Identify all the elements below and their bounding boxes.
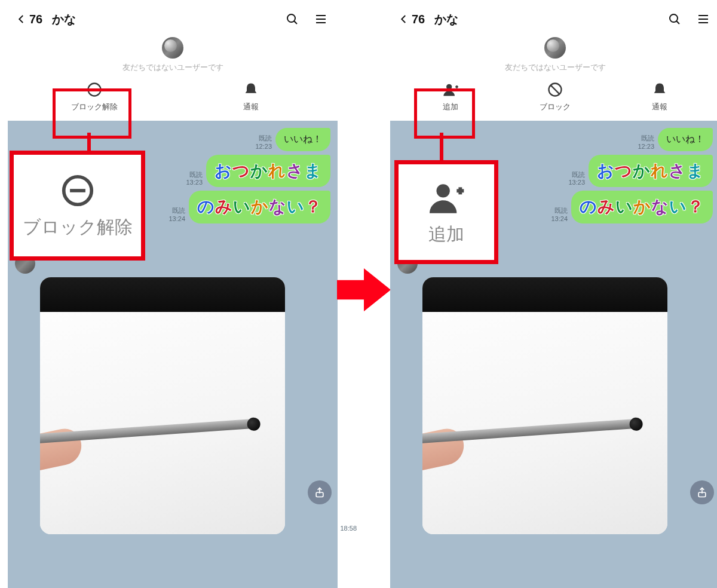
bubble-sticker: のみいかない？ bbox=[189, 191, 330, 223]
msg-out-1[interactable]: 既読12:23 いいね！ bbox=[397, 128, 713, 151]
chat-photo[interactable] bbox=[422, 277, 667, 534]
search-icon bbox=[667, 12, 682, 26]
svg-line-20 bbox=[550, 85, 559, 94]
block-label: ブロック bbox=[540, 102, 571, 112]
image-message[interactable]: 18:58 bbox=[40, 277, 330, 534]
search-button[interactable] bbox=[284, 11, 301, 27]
chevron-left-icon bbox=[399, 14, 409, 24]
action-row: 追加 ブロック 通報 bbox=[399, 79, 712, 121]
screenshot-before: 76 かな 友だちではないユーザーです ブロック解除 bbox=[8, 0, 338, 588]
add-friend-button[interactable]: 追加 bbox=[399, 81, 503, 112]
not-friend-notice: 友だちではないユーザーです bbox=[122, 62, 223, 73]
svg-marker-10 bbox=[337, 268, 391, 311]
bubble-text: いいね！ bbox=[275, 128, 330, 151]
menu-button[interactable] bbox=[312, 11, 329, 27]
bubble-text: いいね！ bbox=[658, 128, 713, 151]
not-friend-notice: 友だちではないユーザーです bbox=[505, 62, 606, 73]
unblock-icon bbox=[86, 81, 103, 98]
chevron-left-icon bbox=[16, 14, 27, 24]
chat-photo[interactable] bbox=[40, 277, 285, 534]
share-icon bbox=[696, 486, 708, 498]
msg-time: 18:58 bbox=[340, 525, 357, 532]
arrow-right-icon bbox=[337, 263, 391, 317]
menu-button[interactable] bbox=[695, 11, 712, 27]
menu-icon bbox=[314, 12, 328, 26]
menu-icon bbox=[696, 12, 710, 26]
bell-icon bbox=[651, 81, 668, 98]
report-button[interactable]: 通報 bbox=[607, 81, 712, 112]
report-button[interactable]: 通報 bbox=[173, 81, 329, 112]
back-badge-count: 76 bbox=[412, 13, 425, 26]
profile-avatar[interactable] bbox=[162, 37, 183, 59]
svg-point-0 bbox=[287, 14, 295, 22]
add-label: 追加 bbox=[443, 102, 458, 112]
bubble-sticker: おつかれさま bbox=[589, 155, 713, 187]
callout-zoom-before: ブロック解除 bbox=[10, 151, 145, 261]
transition-arrow bbox=[337, 263, 391, 317]
report-label: 通報 bbox=[243, 102, 259, 112]
chat-name: かな bbox=[52, 11, 76, 27]
back-button[interactable]: 76 bbox=[16, 13, 42, 26]
callout-label: 追加 bbox=[428, 222, 464, 247]
search-button[interactable] bbox=[666, 11, 683, 27]
profile-avatar[interactable] bbox=[544, 37, 566, 59]
action-row: ブロック解除 通報 bbox=[16, 79, 329, 121]
callout-label: ブロック解除 bbox=[23, 215, 133, 240]
bell-icon bbox=[243, 81, 259, 98]
share-icon bbox=[314, 486, 326, 498]
bubble-sticker: のみいかない？ bbox=[571, 191, 713, 223]
chat-name: かな bbox=[434, 11, 458, 27]
msg-out-1[interactable]: 既読12:23 いいね！ bbox=[15, 128, 330, 151]
back-button[interactable]: 76 bbox=[399, 13, 425, 26]
unblock-icon bbox=[59, 172, 96, 209]
block-button[interactable]: ブロック bbox=[503, 81, 608, 112]
block-icon bbox=[547, 81, 563, 98]
report-label: 通報 bbox=[652, 102, 667, 112]
add-user-icon bbox=[442, 81, 459, 98]
svg-line-12 bbox=[676, 21, 679, 24]
chat-header: 76 かな 友だちではないユーザーです ブロック解除 bbox=[8, 0, 338, 121]
add-user-icon bbox=[427, 178, 465, 216]
chat-header: 76 かな 友だちではないユーザーです 追加 bbox=[390, 0, 717, 121]
callout-connector bbox=[87, 133, 91, 151]
search-icon bbox=[285, 12, 299, 26]
svg-point-16 bbox=[446, 84, 452, 90]
bubble-sticker: おつかれさま bbox=[206, 155, 330, 187]
image-message[interactable]: 18:58 bbox=[422, 277, 713, 534]
svg-line-1 bbox=[294, 21, 297, 24]
share-button[interactable] bbox=[308, 480, 332, 504]
svg-point-11 bbox=[670, 14, 678, 22]
svg-point-22 bbox=[436, 184, 449, 197]
unblock-label: ブロック解除 bbox=[71, 102, 118, 112]
callout-zoom-after: 追加 bbox=[394, 160, 498, 264]
screenshot-after: 76 かな 友だちではないユーザーです 追加 bbox=[390, 0, 717, 588]
back-badge-count: 76 bbox=[29, 13, 42, 26]
unblock-button[interactable]: ブロック解除 bbox=[16, 81, 173, 112]
callout-connector bbox=[440, 133, 443, 160]
share-button[interactable] bbox=[690, 480, 714, 504]
